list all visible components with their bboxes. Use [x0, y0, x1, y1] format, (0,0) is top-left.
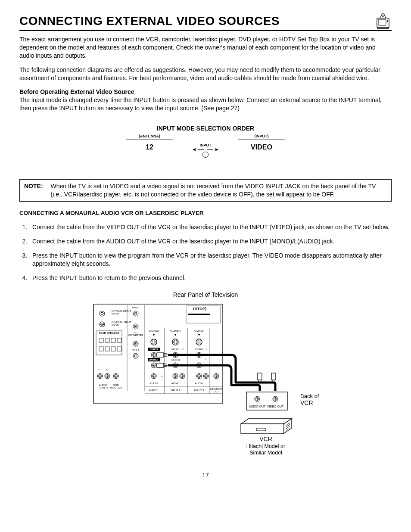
- input-mode-diagram: (ANTENNA) 12 INPUT ◂——▸ (INPUT) VIDEO: [19, 134, 392, 166]
- svg-text:ANT B: ANT B: [132, 348, 140, 351]
- svg-text:VIDEO: VIDEO: [171, 348, 180, 351]
- steps-list: Connect the cable from the VIDEO OUT of …: [19, 223, 392, 282]
- svg-text:VCR: VCR: [300, 399, 313, 406]
- svg-text:INPUT: INPUT: [112, 324, 119, 326]
- input-label: (INPUT): [236, 134, 287, 139]
- input-box: VIDEO: [238, 140, 285, 166]
- step-item: Press the INPUT button to view the progr…: [29, 252, 392, 268]
- intro-p2: The following connection diagrams are of…: [19, 66, 392, 82]
- svg-text:OUT: OUT: [214, 390, 219, 393]
- svg-text:S-VIDEO: S-VIDEO: [170, 330, 181, 333]
- rear-panel-diagram: OPTICAL INPUT INPUT COAXIAL INPUT INPUT …: [89, 301, 322, 460]
- svg-text:AUDIO: AUDIO: [195, 382, 203, 385]
- svg-text:Y: Y: [206, 348, 207, 351]
- svg-text:INPUT 3: INPUT 3: [194, 389, 205, 392]
- svg-point-3: [387, 20, 388, 21]
- intro-p1: The exact arrangement you use to connect…: [19, 35, 392, 60]
- svg-text:Hitachi Model or: Hitachi Model or: [246, 443, 285, 449]
- note-box: NOTE: When the TV is set to VIDEO and a …: [19, 179, 392, 202]
- title-rule: [19, 30, 392, 31]
- rear-panel-caption: Rear Panel of Television: [19, 291, 392, 299]
- svg-text:ANT A: ANT A: [132, 306, 139, 309]
- svg-text:▼: ▼: [174, 333, 177, 337]
- page-title: Connecting External Video Sources: [19, 13, 280, 29]
- note-label: NOTE:: [24, 182, 43, 199]
- svg-text:R: R: [161, 375, 163, 378]
- before-heading: Before Operating External Video Source: [19, 88, 392, 96]
- svg-point-6: [382, 15, 383, 15]
- svg-text:AUDIO OUT: AUDIO OUT: [249, 405, 266, 408]
- svg-text:INPUT 2: INPUT 2: [171, 389, 181, 392]
- svg-text:Y: Y: [182, 348, 184, 351]
- svg-text:L: L: [161, 358, 162, 361]
- input-diagram-title: INPUT MODE SELECTION ORDER: [19, 124, 392, 133]
- svg-text:VIDEO OUT: VIDEO OUT: [267, 405, 284, 408]
- step-item: Connect the cable from the VIDEO OUT of …: [29, 223, 392, 231]
- svg-point-4: [387, 21, 388, 22]
- input-button-label: INPUT: [193, 143, 218, 148]
- svg-text:VIDEO: VIDEO: [150, 348, 158, 351]
- connecting-vcr-heading: CONNECTING A MONAURAL AUDIO VCR OR LASER…: [19, 209, 392, 217]
- svg-text:VCR: VCR: [259, 436, 272, 442]
- page-number: 17: [19, 471, 392, 479]
- antenna-label: (ANTENNA): [124, 134, 175, 139]
- svg-rect-29: [96, 331, 122, 355]
- svg-text:▼: ▼: [197, 333, 201, 337]
- svg-point-5: [382, 14, 385, 17]
- step-item: Connect the cable from the AUDIO OUT of …: [29, 237, 392, 246]
- svg-text:TO HI-FI: TO HI-FI: [98, 386, 108, 389]
- svg-text:R: R: [98, 368, 100, 371]
- svg-text:S-VIDEO: S-VIDEO: [149, 330, 159, 333]
- svg-text:WOOFER: WOOFER: [110, 386, 122, 389]
- svg-text:L: L: [106, 368, 108, 371]
- svg-text:VIDEO: VIDEO: [195, 348, 203, 351]
- input-button-graphic: INPUT ◂——▸: [193, 143, 218, 159]
- svg-rect-79: [271, 373, 276, 380]
- step-item: Press the INPUT button to return to the …: [29, 274, 392, 282]
- svg-text:S-VIDEO: S-VIDEO: [194, 330, 205, 333]
- svg-point-7: [383, 15, 384, 15]
- antenna-box: 12: [126, 140, 173, 166]
- svg-text:CONVERTER: CONVERTER: [128, 334, 143, 336]
- svg-text:(MONO): (MONO): [149, 358, 159, 361]
- svg-text:⟨STOP⟩: ⟨STOP⟩: [193, 307, 207, 311]
- before-body: The input mode is changed every time the…: [19, 96, 392, 112]
- svg-text:Similar Model: Similar Model: [249, 450, 282, 456]
- note-text: When the TV is set to VIDEO and a video …: [51, 182, 387, 199]
- svg-rect-73: [188, 316, 210, 316]
- svg-text:L: L: [182, 358, 184, 361]
- svg-text:▼: ▼: [152, 333, 156, 337]
- svg-text:INPUT: INPUT: [112, 312, 119, 315]
- svg-rect-72: [188, 314, 210, 315]
- svg-rect-90: [241, 424, 284, 433]
- svg-text:INPUT 1: INPUT 1: [149, 389, 159, 392]
- svg-text:AUDIO: AUDIO: [171, 382, 179, 385]
- svg-rect-82: [258, 373, 262, 380]
- svg-text:Back of: Back of: [300, 393, 319, 399]
- svg-text:(MONO): (MONO): [171, 358, 180, 361]
- svg-text:AUDIO: AUDIO: [149, 382, 158, 385]
- svg-rect-1: [378, 19, 386, 25]
- tv-icon: [374, 13, 392, 30]
- svg-text:L: L: [206, 358, 207, 361]
- svg-text:REAR SPEAKER: REAR SPEAKER: [99, 332, 119, 334]
